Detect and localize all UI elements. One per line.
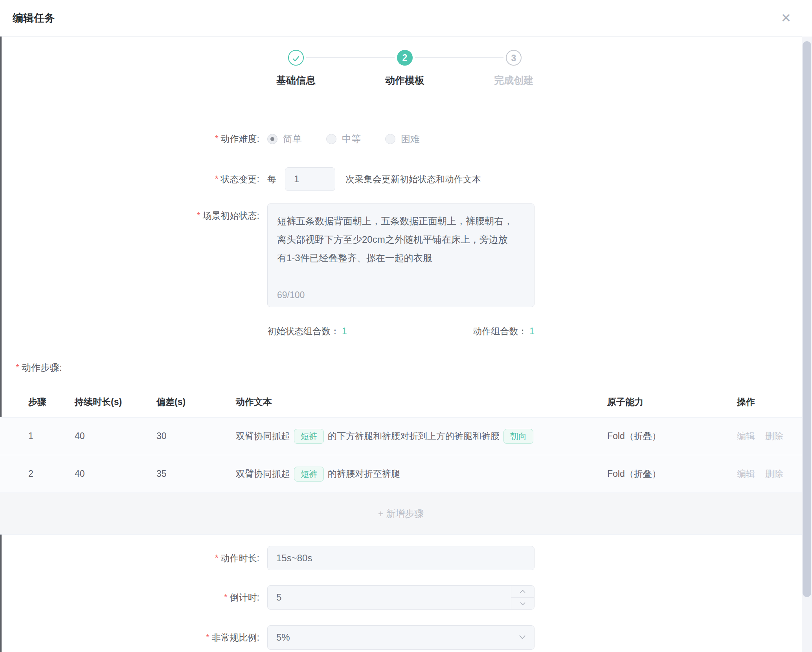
required-asterisk: * bbox=[215, 553, 219, 563]
state-change-suffix: 次采集会更新初始状态和动作文本 bbox=[345, 173, 481, 185]
row-deviation: 35 bbox=[156, 469, 236, 479]
chevron-up-icon bbox=[520, 590, 526, 593]
header-duration: 持续时长(s) bbox=[75, 396, 156, 408]
modal-title: 编辑任务 bbox=[13, 0, 55, 36]
stepper-down-button[interactable] bbox=[511, 598, 534, 610]
row-action-text: 双臂协同抓起 短裤 的裤腰对折至裤腿 bbox=[236, 467, 607, 482]
step-connector-1 bbox=[306, 57, 395, 58]
radio-easy-label: 简单 bbox=[283, 133, 302, 145]
radio-hard-label: 困难 bbox=[401, 133, 420, 145]
check-icon bbox=[292, 54, 300, 63]
delete-link[interactable]: 删除 bbox=[765, 468, 783, 480]
step-3-circle: 3 bbox=[506, 50, 522, 66]
action-steps-table: 步骤 持续时长(s) 偏差(s) 动作文本 原子能力 操作 1 40 30 双臂… bbox=[0, 387, 802, 535]
object-tag: 短裤 bbox=[294, 429, 324, 444]
row-deviation: 30 bbox=[156, 431, 236, 441]
step-2-label: 动作模板 bbox=[362, 74, 448, 87]
action-combo-count: 动作组合数：1 bbox=[473, 325, 535, 337]
row-ability: Fold（折叠） bbox=[607, 430, 737, 442]
required-asterisk: * bbox=[224, 592, 228, 603]
edit-link[interactable]: 编辑 bbox=[737, 430, 755, 442]
difficulty-row: *动作难度: 简单 中等 困难 bbox=[0, 130, 802, 147]
header-action-text: 动作文本 bbox=[236, 396, 607, 408]
row-operations: 编辑 删除 bbox=[737, 468, 802, 480]
modal-header: 编辑任务 ✕ bbox=[0, 0, 812, 36]
countdown-value: 5 bbox=[276, 592, 281, 603]
header-deviation: 偏差(s) bbox=[156, 396, 236, 408]
radio-medium-label: 中等 bbox=[342, 133, 361, 145]
chevron-down-icon bbox=[520, 602, 526, 606]
state-change-label: *状态变更: bbox=[0, 173, 259, 185]
orientation-tag: 朝向 bbox=[503, 429, 533, 444]
radio-easy[interactable]: 简单 bbox=[267, 133, 302, 145]
initial-combo-count: 初始状态组合数：1 bbox=[267, 325, 347, 337]
delete-link[interactable]: 删除 bbox=[765, 430, 783, 442]
row-duration: 40 bbox=[75, 469, 156, 479]
required-asterisk: * bbox=[206, 632, 209, 643]
row-ability: Fold（折叠） bbox=[607, 468, 737, 480]
number-stepper bbox=[511, 586, 534, 609]
initial-combo-value: 1 bbox=[342, 326, 347, 336]
radio-unchecked-icon bbox=[385, 134, 395, 144]
state-change-prefix: 每 bbox=[267, 173, 276, 185]
add-step-button[interactable]: + 新增步骤 bbox=[0, 493, 802, 535]
required-asterisk: * bbox=[197, 211, 200, 221]
scrollbar-thumb[interactable] bbox=[803, 41, 811, 597]
difficulty-label: *动作难度: bbox=[0, 133, 259, 145]
row-step: 1 bbox=[0, 431, 75, 441]
countdown-input[interactable]: 5 bbox=[267, 585, 535, 610]
action-combo-value: 1 bbox=[529, 326, 535, 336]
header-step: 步骤 bbox=[0, 396, 75, 408]
initial-state-value: 短裤五条数据背面朝上，五条数据正面朝上，裤腰朝右，离头部视野下方至少20cm之外… bbox=[277, 212, 513, 267]
required-asterisk: * bbox=[215, 134, 219, 144]
close-icon[interactable]: ✕ bbox=[779, 11, 793, 25]
step-3-label: 完成创建 bbox=[470, 74, 557, 87]
radio-hard[interactable]: 困难 bbox=[385, 133, 420, 145]
initial-state-textarea[interactable]: 短裤五条数据背面朝上，五条数据正面朝上，裤腰朝右，离头部视野下方至少20cm之外… bbox=[267, 203, 535, 307]
header-operations: 操作 bbox=[737, 396, 802, 408]
table-row: 1 40 30 双臂协同抓起 短裤 的下方裤腿和裤腰对折到上方的裤腿和裤腰 朝向… bbox=[0, 418, 802, 455]
step-1-label: 基础信息 bbox=[253, 74, 339, 87]
state-change-row: *状态变更: 每 1 次采集会更新初始状态和动作文本 bbox=[0, 167, 802, 191]
chevron-down-icon bbox=[518, 634, 526, 640]
action-duration-label: *动作时长: bbox=[0, 552, 259, 564]
radio-unchecked-icon bbox=[326, 134, 336, 144]
unusual-ratio-value: 5% bbox=[276, 632, 290, 643]
action-duration-input[interactable]: 15s~80s bbox=[267, 546, 535, 570]
unusual-ratio-label: *非常规比例: bbox=[0, 632, 259, 644]
initial-state-label: *场景初始状态: bbox=[0, 210, 259, 222]
required-asterisk: * bbox=[215, 174, 219, 184]
difficulty-radio-group: 简单 中等 困难 bbox=[267, 133, 444, 145]
state-change-input[interactable]: 1 bbox=[285, 167, 335, 191]
unusual-ratio-select[interactable]: 5% bbox=[267, 625, 535, 650]
table-header-row: 步骤 持续时长(s) 偏差(s) 动作文本 原子能力 操作 bbox=[0, 387, 802, 418]
action-steps-label: *动作步骤: bbox=[16, 361, 62, 374]
stepper-up-button[interactable] bbox=[511, 586, 534, 598]
header-divider bbox=[0, 36, 802, 37]
row-action-text: 双臂协同抓起 短裤 的下方裤腿和裤腰对折到上方的裤腿和裤腰 朝向 bbox=[236, 429, 607, 444]
char-counter: 69/100 bbox=[277, 290, 305, 300]
edit-link[interactable]: 编辑 bbox=[737, 468, 755, 480]
required-asterisk: * bbox=[16, 363, 19, 373]
step-connector-2 bbox=[415, 57, 503, 58]
row-operations: 编辑 删除 bbox=[737, 430, 802, 442]
object-tag: 短裤 bbox=[294, 467, 324, 482]
state-change-control: 每 1 次采集会更新初始状态和动作文本 bbox=[267, 167, 481, 191]
step-2-circle: 2 bbox=[397, 50, 413, 66]
row-step: 2 bbox=[0, 469, 75, 479]
header-ability: 原子能力 bbox=[607, 396, 737, 408]
radio-medium[interactable]: 中等 bbox=[326, 133, 361, 145]
step-1-circle bbox=[288, 50, 304, 66]
row-duration: 40 bbox=[75, 431, 156, 441]
combo-counts-row: 初始状态组合数：1 动作组合数：1 bbox=[267, 325, 535, 337]
table-row: 2 40 35 双臂协同抓起 短裤 的裤腰对折至裤腿 Fold（折叠） 编辑 删… bbox=[0, 455, 802, 493]
radio-checked-icon bbox=[267, 134, 277, 144]
countdown-label: *倒计时: bbox=[0, 592, 259, 604]
